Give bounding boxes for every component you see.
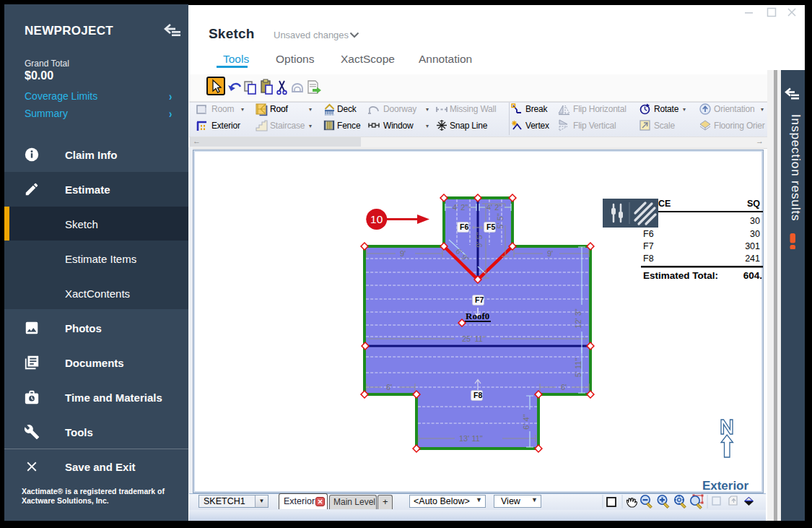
svg-text:F8: F8 <box>643 254 654 264</box>
svg-text:9': 9' <box>400 249 406 258</box>
svg-text:Exterior: Exterior <box>702 479 749 492</box>
svg-text:F6: F6 <box>460 222 468 231</box>
svg-text:Roof0: Roof0 <box>466 311 489 321</box>
svg-text:9' 5": 9' 5" <box>475 232 484 247</box>
svg-text:F8: F8 <box>473 391 482 399</box>
svg-text:F7: F7 <box>643 241 654 251</box>
svg-text:30: 30 <box>750 229 760 239</box>
svg-text:Estimated Total:: Estimated Total: <box>643 270 718 281</box>
svg-text:13' 11": 13' 11" <box>459 434 483 443</box>
svg-text:SQ: SQ <box>747 199 760 209</box>
svg-text:6': 6' <box>561 383 567 391</box>
svg-text:4' 2": 4' 2" <box>453 203 468 212</box>
svg-text:9': 9' <box>547 249 553 258</box>
svg-text:6': 6' <box>386 383 392 391</box>
svg-text:CE: CE <box>658 199 671 209</box>
svg-text:5' 5": 5' 5" <box>496 213 505 228</box>
svg-text:301: 301 <box>745 241 760 251</box>
svg-text:F5: F5 <box>486 222 495 231</box>
svg-text:F7: F7 <box>475 295 484 304</box>
svg-text:25' 11": 25' 11" <box>462 334 486 343</box>
svg-text:F6: F6 <box>643 229 654 239</box>
svg-text:10: 10 <box>370 213 383 225</box>
svg-text:5' 11": 5' 11" <box>574 358 582 378</box>
svg-text:4' 2": 4' 2" <box>486 203 502 212</box>
svg-text:604.: 604. <box>743 270 762 281</box>
svg-text:241: 241 <box>745 254 760 264</box>
svg-text:6' 4": 6' 4" <box>522 414 531 429</box>
svg-text:30: 30 <box>750 216 760 226</box>
svg-text:12' 3": 12' 3" <box>574 308 582 329</box>
